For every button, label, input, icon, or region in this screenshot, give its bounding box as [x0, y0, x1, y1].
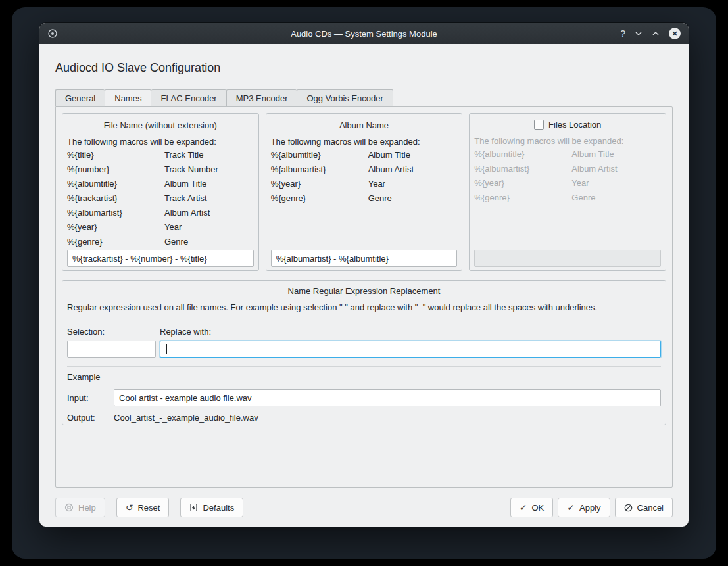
maximize-icon[interactable] — [652, 31, 660, 36]
macro-description: Album Title — [368, 148, 458, 162]
example-divider — [67, 366, 661, 367]
macro-description: Album Artist — [368, 162, 458, 177]
macro-token: %{year} — [271, 177, 368, 191]
macro-token: %{albumtitle} — [271, 148, 368, 162]
app-icon — [47, 28, 58, 39]
files-location-macros-intro: The following macros will be expanded: — [474, 136, 661, 146]
defaults-button-label: Defaults — [203, 503, 234, 513]
reset-button[interactable]: ↺ Reset — [116, 498, 170, 517]
file-name-pattern-input[interactable] — [67, 250, 254, 267]
cancel-prohibited-icon — [624, 504, 633, 512]
example-input-label: Input: — [67, 393, 114, 403]
example-label: Example — [67, 372, 661, 382]
macro-description: Genre — [164, 235, 254, 249]
files-location-checkbox[interactable] — [534, 120, 544, 130]
example-output-value: Cool_artist_-_example_audio_file.wav — [114, 413, 258, 423]
tab-flac-encoder[interactable]: FLAC Encoder — [151, 89, 226, 106]
regex-group-title: Name Regular Expression Replacement — [67, 286, 661, 296]
page-title: Audiocd IO Slave Configuration — [55, 61, 673, 75]
titlebar[interactable]: Audio CDs — System Settings Module ? ✕ — [39, 23, 689, 44]
macro-description: Track Number — [164, 162, 254, 177]
macro-description: Track Artist — [164, 191, 254, 206]
regex-replacement-group: Name Regular Expression Replacement Regu… — [62, 280, 666, 425]
macro-token: %{albumartist} — [271, 162, 368, 177]
files-location-macro-list: %{albumtitle} Album Title %{albumartist}… — [474, 147, 661, 205]
macro-row: %{year} Year — [271, 177, 458, 191]
text-cursor — [166, 344, 167, 354]
help-lifering-icon — [64, 503, 74, 512]
macro-description: Year — [368, 177, 458, 191]
macro-description: Year — [571, 176, 661, 191]
album-name-macro-list: %{albumtitle} Album Title %{albumartist}… — [271, 148, 458, 206]
ok-button[interactable]: ✓ OK — [510, 498, 554, 517]
tab-content-pane: File Name (without extension) The follow… — [55, 106, 673, 488]
ok-button-label: OK — [531, 503, 544, 513]
cancel-button[interactable]: Cancel — [615, 498, 673, 517]
tab-general[interactable]: General — [55, 89, 105, 106]
macro-description: Album Title — [164, 177, 254, 191]
macro-row: %{albumartist} Album Artist — [271, 162, 458, 177]
minimize-icon[interactable] — [635, 31, 643, 36]
macro-token: %{year} — [474, 176, 571, 191]
replace-with-input[interactable] — [160, 341, 661, 358]
help-button[interactable]: Help — [55, 498, 105, 517]
macro-description: Genre — [368, 191, 458, 206]
help-button-label: Help — [78, 503, 96, 513]
macro-row: %{year} Year — [67, 220, 254, 235]
macro-token: %{trackartist} — [67, 191, 164, 206]
macro-token: %{albumartist} — [474, 162, 571, 176]
macro-token: %{year} — [67, 220, 164, 235]
macro-description: Track Title — [164, 148, 254, 162]
macro-token: %{title} — [67, 148, 164, 162]
macro-row: %{trackartist} Track Artist — [67, 191, 254, 206]
macro-row: %{genre} Genre — [474, 191, 661, 205]
macro-row: %{title} Track Title — [67, 148, 254, 162]
macro-row: %{genre} Genre — [271, 191, 458, 206]
macro-token: %{genre} — [474, 191, 571, 205]
files-location-pattern-input — [474, 250, 661, 267]
tab-ogg-vorbis-encoder[interactable]: Ogg Vorbis Encoder — [297, 89, 393, 106]
macro-row: %{genre} Genre — [67, 235, 254, 249]
macro-token: %{genre} — [67, 235, 164, 249]
regex-description: Regular expression used on all file name… — [67, 302, 661, 312]
macro-description: Year — [164, 220, 254, 235]
macro-token: %{albumtitle} — [474, 147, 571, 162]
macro-row: %{number} Track Number — [67, 162, 254, 177]
example-input-field[interactable] — [114, 389, 661, 406]
reset-button-label: Reset — [137, 503, 160, 513]
file-name-group-title: File Name (without extension) — [67, 120, 254, 130]
macro-row: %{albumtitle} Album Title — [67, 177, 254, 191]
desktop-background: Audio CDs — System Settings Module ? ✕ — [12, 7, 716, 559]
tab-names[interactable]: Names — [105, 89, 151, 107]
macro-row: %{albumtitle} Album Title — [271, 148, 458, 162]
album-name-pattern-input[interactable] — [271, 250, 458, 267]
defaults-button[interactable]: Defaults — [180, 498, 243, 517]
macro-description: Genre — [571, 191, 661, 205]
macro-token: %{albumartist} — [67, 206, 164, 220]
macro-row: %{albumtitle} Album Title — [474, 147, 661, 162]
macro-description: Album Title — [571, 147, 661, 162]
example-output-label: Output: — [67, 413, 114, 423]
macro-row: %{albumartist} Album Artist — [474, 162, 661, 176]
file-name-group: File Name (without extension) The follow… — [62, 113, 259, 271]
selection-input[interactable] — [67, 341, 156, 358]
close-icon[interactable]: ✕ — [669, 28, 681, 39]
settings-window: Audio CDs — System Settings Module ? ✕ — [39, 23, 689, 527]
macro-row: %{year} Year — [474, 176, 661, 191]
macro-row: %{albumartist} Album Artist — [67, 206, 254, 220]
album-name-group: Album Name The following macros will be … — [266, 113, 463, 271]
macro-token: %{number} — [67, 162, 164, 177]
apply-button[interactable]: ✓ Apply — [558, 498, 610, 517]
titlebar-help-button[interactable]: ? — [620, 29, 625, 38]
macro-token: %{albumtitle} — [67, 177, 164, 191]
macro-description: Album Artist — [164, 206, 254, 220]
file-name-macros-intro: The following macros will be expanded: — [67, 137, 254, 147]
files-location-group: Files Location The following macros will… — [469, 113, 666, 271]
tab-mp3-encoder[interactable]: MP3 Encoder — [226, 89, 297, 106]
tab-bar: General Names FLAC Encoder MP3 Encoder O… — [55, 89, 673, 106]
apply-check-icon: ✓ — [567, 503, 575, 512]
reset-undo-icon: ↺ — [126, 503, 133, 512]
album-name-macros-intro: The following macros will be expanded: — [271, 137, 458, 147]
files-location-label[interactable]: Files Location — [548, 120, 601, 130]
macro-token: %{genre} — [271, 191, 368, 206]
